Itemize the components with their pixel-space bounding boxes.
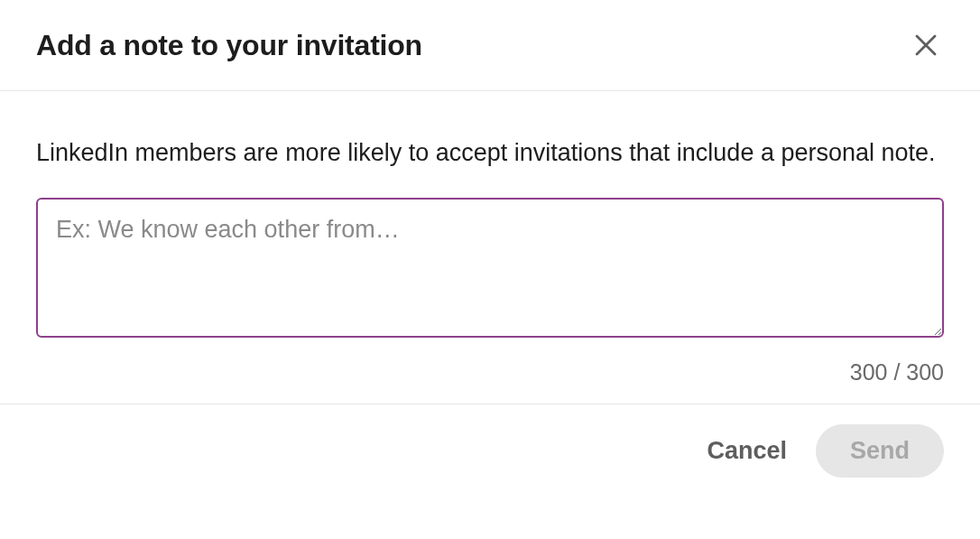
- close-icon: [912, 32, 939, 59]
- modal-title: Add a note to your invitation: [36, 29, 422, 62]
- modal-footer: Cancel Send: [0, 404, 980, 497]
- note-textarea[interactable]: [36, 198, 944, 338]
- description-text: LinkedIn members are more likely to acce…: [36, 135, 944, 172]
- cancel-button[interactable]: Cancel: [707, 437, 787, 465]
- close-button[interactable]: [908, 27, 944, 63]
- send-button[interactable]: Send: [816, 424, 944, 478]
- modal-header: Add a note to your invitation: [0, 0, 980, 91]
- modal-body: LinkedIn members are more likely to acce…: [0, 91, 980, 404]
- char-counter: 300 / 300: [36, 359, 944, 386]
- add-note-modal: Add a note to your invitation LinkedIn m…: [0, 0, 980, 497]
